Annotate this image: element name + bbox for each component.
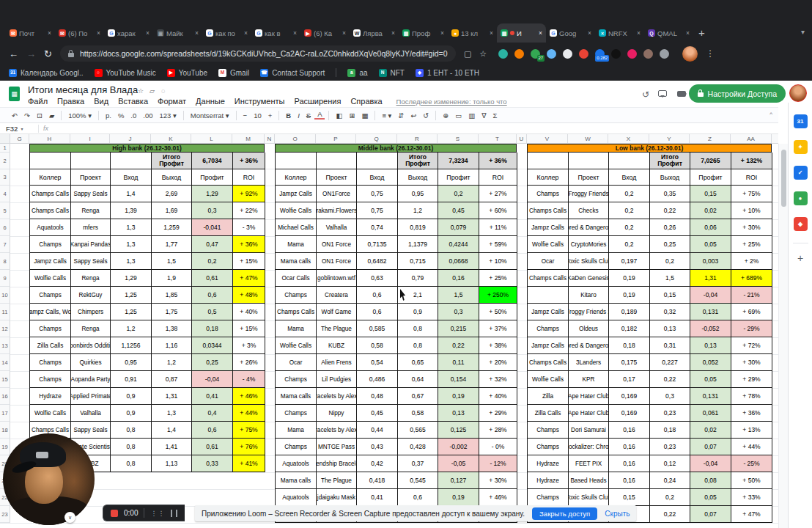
profit-cell[interactable]: 1,29 (192, 186, 233, 202)
caller-cell[interactable]: Champs Calls (528, 202, 569, 219)
in-cell[interactable]: 0,2 (609, 236, 650, 253)
tab-close-icon[interactable]: × (391, 29, 395, 37)
in-cell[interactable]: 0,63 (357, 270, 398, 287)
column-label-cell[interactable]: Проект (71, 169, 111, 186)
loom-menu-icon[interactable]: ⋮⋮ (150, 510, 165, 517)
column-header-K[interactable]: K (151, 134, 191, 143)
profit-cell[interactable]: 0,003 (690, 253, 731, 270)
browser-tab[interactable]: ×NRFX× (595, 23, 644, 43)
roi-cell[interactable]: + 13% (731, 422, 772, 439)
roi-cell[interactable]: + 44% (731, 439, 772, 455)
roi-cell[interactable]: + 25% (731, 236, 772, 253)
out-cell[interactable]: 0,545 (398, 472, 438, 489)
profit-cell[interactable]: 0,41 (192, 388, 233, 405)
out-cell[interactable]: 1,4 (152, 422, 192, 439)
total-label-cell[interactable]: Итого Профит (152, 153, 192, 169)
roi-cell[interactable]: + 15% (233, 253, 265, 270)
empty-cell[interactable] (528, 153, 569, 169)
in-cell[interactable]: 0,17 (609, 371, 650, 388)
caller-cell[interactable]: Wolfie Calls (276, 337, 317, 354)
project-cell[interactable]: Lil Pudgies (317, 371, 357, 388)
caller-cell[interactable]: Jampz Calls (528, 304, 569, 320)
in-cell[interactable]: 0,91 (111, 371, 152, 388)
spreadsheet-grid[interactable]: High bank (26.12-30.01)Итого Профит6,703… (0, 144, 778, 528)
profit-cell[interactable]: -0,052 (690, 320, 731, 337)
project-cell[interactable]: KUBZ (317, 337, 357, 354)
project-cell[interactable]: Chimpers (71, 304, 111, 320)
project-cell[interactable]: Renga (71, 202, 111, 219)
row-header-2[interactable]: 2 (0, 153, 10, 169)
caller-cell[interactable]: Wolfie Calls (30, 270, 71, 287)
row-header-14[interactable]: 14 (0, 354, 10, 371)
caller-cell[interactable]: Mama calls (276, 472, 317, 489)
extension-icon[interactable] (627, 48, 638, 59)
out-cell[interactable]: 0,67 (398, 388, 438, 405)
menu-Справка[interactable]: Справка (350, 97, 382, 106)
column-header-M[interactable]: M (232, 134, 265, 143)
bookmark-item[interactable]: ◆1 EHT - 10 ETH (416, 69, 479, 77)
project-cell[interactable]: Checks (569, 202, 609, 219)
profit-cell[interactable]: 0,6 (192, 422, 233, 439)
column-header-I[interactable]: I (70, 134, 110, 143)
roi-cell[interactable]: - 0% (479, 439, 517, 455)
project-cell[interactable]: 3Landers (569, 354, 609, 371)
roi-cell[interactable]: + 29% (479, 405, 517, 422)
profit-cell[interactable]: 0,45 (438, 202, 479, 219)
in-cell[interactable]: 0,54 (357, 354, 398, 371)
extension-icon[interactable] (498, 48, 509, 59)
bookmark-item[interactable]: MGmail (218, 69, 249, 77)
project-cell[interactable]: Bored & Dangerous (569, 337, 609, 354)
tab-list-chevron-icon[interactable]: ▾ (801, 28, 805, 36)
empty-cell[interactable] (569, 153, 609, 169)
side-panel-maps-icon[interactable]: ◈ (794, 217, 808, 231)
caller-cell[interactable]: Champs (276, 439, 317, 455)
in-cell[interactable]: 0,9 (111, 388, 152, 405)
extension-icon[interactable] (562, 48, 573, 59)
move-folder-icon[interactable]: ▱ (150, 87, 155, 95)
roi-cell[interactable]: + 22% (233, 202, 265, 219)
name-box-caret-icon[interactable]: ▾ (21, 126, 23, 131)
browser-tab[interactable]: ✉(6) По× (55, 23, 104, 43)
profit-cell[interactable]: 0,61 (192, 439, 233, 455)
out-cell[interactable]: 0,565 (398, 422, 438, 439)
in-cell[interactable]: 0,16 (609, 422, 650, 439)
extension-icon[interactable] (546, 48, 557, 59)
row-header-6[interactable]: 6 (0, 219, 10, 236)
roi-cell[interactable]: + 41% (233, 455, 265, 472)
profit-cell[interactable]: 0,02 (690, 422, 731, 439)
toolbar-filter[interactable]: ∇ (479, 111, 489, 120)
out-cell[interactable]: 0,25 (650, 236, 690, 253)
roi-cell[interactable]: + 44% (233, 405, 265, 422)
caller-cell[interactable]: Jampz Calls (276, 186, 317, 202)
total-label-cell[interactable]: Итого Профит (398, 153, 438, 169)
in-cell[interactable]: 0,16 (609, 439, 650, 455)
caller-cell[interactable]: Ocar (528, 253, 569, 270)
profit-cell[interactable]: 0,079 (438, 219, 479, 236)
forward-icon[interactable]: → (26, 49, 36, 59)
out-cell[interactable]: 1,69 (152, 202, 192, 219)
column-header-U[interactable]: U (517, 134, 527, 143)
caller-cell[interactable]: Wolfie Calls (528, 371, 569, 388)
toolbar-text-color[interactable]: A (314, 111, 325, 120)
menu-Формат[interactable]: Формат (158, 97, 186, 106)
column-header-P[interactable]: P (316, 134, 356, 143)
row-header-4[interactable]: 4 (0, 186, 10, 202)
in-cell[interactable]: 0,75 (357, 202, 398, 219)
caller-cell[interactable]: Champs (30, 287, 71, 304)
caller-cell[interactable]: Champs (528, 186, 569, 202)
project-cell[interactable]: Based Heads (569, 472, 609, 489)
extension-icon[interactable] (578, 48, 589, 59)
roi-cell[interactable]: - 25% (731, 455, 772, 472)
out-cell[interactable]: 1,85 (152, 287, 192, 304)
project-cell[interactable]: Applied Primate (71, 388, 111, 405)
project-cell[interactable]: Bracelets by Alexis (317, 388, 357, 405)
project-cell[interactable]: Dori Samurai (569, 422, 609, 439)
cast-icon[interactable]: ▢ (464, 49, 471, 59)
roi-cell[interactable]: + 28% (479, 422, 517, 439)
bookmark-item[interactable]: aaa (347, 69, 367, 77)
version-history-icon[interactable]: ↺ (642, 89, 649, 100)
bookmark-star-icon[interactable]: ☆ (479, 49, 487, 59)
roi-cell[interactable]: + 38% (479, 337, 517, 354)
project-cell[interactable]: Toxic Skulls Club (569, 253, 609, 270)
roi-cell[interactable]: + 27% (479, 186, 517, 202)
